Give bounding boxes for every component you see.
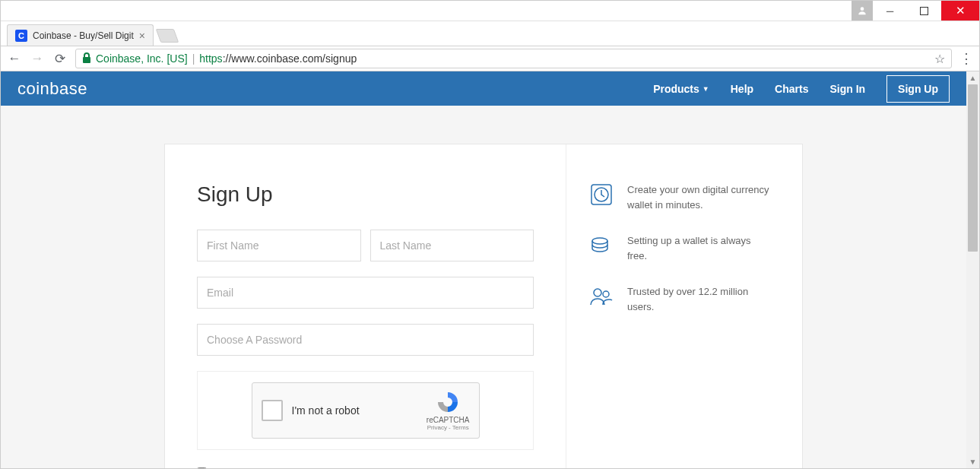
signup-form: Sign Up I'm not a robot bbox=[165, 144, 566, 468]
coins-icon bbox=[589, 233, 614, 258]
last-name-input[interactable] bbox=[370, 230, 534, 261]
site-header: coinbase Products ▼ Help Charts Sign In … bbox=[1, 71, 966, 106]
info-text-3: Trusted by over 12.2 million users. bbox=[627, 284, 772, 314]
chevron-down-icon: ▼ bbox=[702, 85, 709, 93]
info-panel: Create your own digital currency wallet … bbox=[566, 144, 802, 468]
back-button[interactable]: ← bbox=[7, 51, 22, 66]
page-content: coinbase Products ▼ Help Charts Sign In … bbox=[1, 71, 966, 468]
browser-toolbar: ← → ⟳ Coinbase, Inc. [US] | https://www.… bbox=[1, 46, 979, 71]
info-text-1: Create your own digital currency wallet … bbox=[627, 182, 772, 212]
ev-cert-name: Coinbase, Inc. [US] bbox=[96, 52, 188, 65]
recaptcha-links[interactable]: Privacy - Terms bbox=[427, 424, 470, 431]
window-titlebar: ─ ✕ bbox=[1, 1, 979, 21]
nav-products-label: Products bbox=[653, 83, 699, 95]
svg-rect-2 bbox=[83, 57, 90, 63]
consent-text: I certify that I am 18 years of age or o… bbox=[213, 465, 534, 468]
svg-rect-1 bbox=[921, 7, 928, 14]
recaptcha-widget[interactable]: I'm not a robot reCAPTCHA Privacy - Term… bbox=[252, 382, 480, 439]
recaptcha-label: I'm not a robot bbox=[292, 404, 417, 417]
password-input[interactable] bbox=[197, 324, 534, 356]
separator: | bbox=[192, 52, 195, 65]
lock-icon bbox=[82, 52, 91, 65]
recaptcha-container: I'm not a robot reCAPTCHA Privacy - Term… bbox=[197, 371, 534, 450]
info-item-3: Trusted by over 12.2 million users. bbox=[589, 284, 772, 314]
nav-products[interactable]: Products ▼ bbox=[653, 83, 709, 95]
browser-menu-button[interactable]: ⋮ bbox=[959, 50, 973, 67]
address-bar[interactable]: Coinbase, Inc. [US] | https://www.coinba… bbox=[75, 49, 952, 68]
forward-button[interactable]: → bbox=[30, 51, 45, 66]
info-item-2: Setting up a wallet is always free. bbox=[589, 233, 772, 263]
nav-signin[interactable]: Sign In bbox=[829, 83, 865, 95]
info-text-2: Setting up a wallet is always free. bbox=[627, 233, 772, 263]
tab-title: Coinbase - Buy/Sell Digit bbox=[33, 30, 134, 41]
consent-row: I certify that I am 18 years of age or o… bbox=[197, 465, 534, 468]
recaptcha-branding: reCAPTCHA Privacy - Terms bbox=[427, 390, 470, 431]
page-title: Sign Up bbox=[197, 182, 534, 207]
recaptcha-checkbox[interactable] bbox=[262, 400, 283, 421]
main-nav: Products ▼ Help Charts Sign In Sign Up bbox=[653, 75, 950, 103]
reload-button[interactable]: ⟳ bbox=[52, 51, 68, 67]
svg-point-5 bbox=[592, 238, 607, 244]
info-item-1: Create your own digital currency wallet … bbox=[589, 182, 772, 212]
nav-help[interactable]: Help bbox=[731, 83, 753, 95]
nav-signup-button[interactable]: Sign Up bbox=[886, 75, 950, 103]
users-icon bbox=[589, 284, 614, 309]
scroll-up-arrow[interactable]: ▲ bbox=[966, 71, 979, 84]
viewport: coinbase Products ▼ Help Charts Sign In … bbox=[1, 71, 979, 468]
consent-checkbox[interactable] bbox=[197, 467, 207, 468]
svg-point-0 bbox=[861, 7, 864, 11]
scroll-down-arrow[interactable]: ▼ bbox=[966, 455, 979, 468]
url: https://www.coinbase.com/signup bbox=[199, 52, 357, 65]
clock-icon bbox=[589, 182, 614, 207]
favicon-icon: C bbox=[15, 30, 27, 42]
scroll-track[interactable] bbox=[966, 84, 979, 455]
browser-tab[interactable]: C Coinbase - Buy/Sell Digit × bbox=[7, 24, 154, 46]
tab-strip: C Coinbase - Buy/Sell Digit × bbox=[1, 21, 979, 46]
window-close-button[interactable]: ✕ bbox=[941, 1, 979, 21]
recaptcha-logo-icon bbox=[436, 390, 460, 414]
new-tab-button[interactable] bbox=[156, 29, 179, 43]
user-icon[interactable] bbox=[852, 1, 873, 21]
bookmark-star-icon[interactable]: ☆ bbox=[934, 52, 945, 66]
window-minimize-button[interactable]: ─ bbox=[873, 1, 907, 21]
tab-close-button[interactable]: × bbox=[139, 30, 145, 42]
scroll-thumb[interactable] bbox=[968, 84, 978, 252]
recaptcha-brand-text: reCAPTCHA bbox=[427, 416, 470, 424]
svg-point-7 bbox=[603, 291, 609, 297]
signup-card: Sign Up I'm not a robot bbox=[164, 144, 803, 468]
vertical-scrollbar[interactable]: ▲ ▼ bbox=[966, 71, 979, 468]
nav-charts[interactable]: Charts bbox=[775, 83, 808, 95]
window-maximize-button[interactable] bbox=[907, 1, 941, 21]
email-input[interactable] bbox=[197, 277, 534, 309]
svg-point-6 bbox=[594, 289, 601, 296]
first-name-input[interactable] bbox=[197, 230, 361, 261]
coinbase-logo[interactable]: coinbase bbox=[17, 79, 87, 99]
